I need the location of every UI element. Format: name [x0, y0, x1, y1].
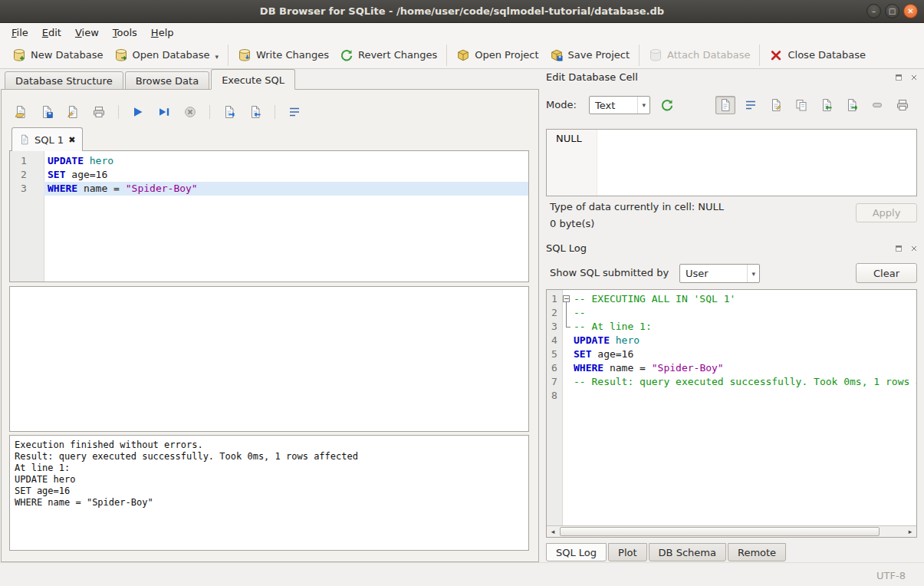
sql-file-icon	[19, 134, 30, 145]
chevron-down-icon[interactable]: ▾	[215, 53, 219, 62]
edit-cell-header-buttons	[893, 72, 919, 83]
horizontal-scrollbar[interactable]: ◂ ▸	[547, 525, 916, 537]
open-project-button[interactable]: Open Project	[451, 46, 544, 64]
dock-tab-remote[interactable]: Remote	[728, 543, 786, 561]
import-sql-button[interactable]	[245, 103, 265, 121]
tab-browse-data[interactable]: Browse Data	[125, 71, 210, 90]
apply-button[interactable]: Apply	[856, 203, 917, 222]
print-button[interactable]	[893, 96, 912, 114]
log-filter-value: User	[686, 268, 744, 279]
titlebar[interactable]: DB Browser for SQLite - /home/user/code/…	[0, 0, 924, 23]
tab-database-structure[interactable]: Database Structure	[5, 71, 123, 90]
dock-tab-plot[interactable]: Plot	[608, 543, 647, 561]
save-sql-file-as-button[interactable]	[63, 103, 83, 121]
dock-tab-sql-log[interactable]: SQL Log	[546, 543, 607, 561]
close-icon	[909, 73, 919, 82]
code-line-5: 5SET age=16	[547, 347, 916, 361]
attach-database-button[interactable]: Attach Database	[643, 46, 755, 64]
tab-execute-sql[interactable]: Execute SQL	[211, 69, 295, 90]
dock-area: Edit Database Cell Mode: Text ▾ NULL Typ…	[541, 69, 924, 562]
window-title: DB Browser for SQLite - /home/user/code/…	[260, 5, 664, 17]
close-database-button[interactable]: Close Database	[764, 46, 871, 64]
new-database-button[interactable]: New Database	[7, 46, 109, 64]
menu-file[interactable]: File	[5, 25, 35, 41]
results-area	[9, 286, 529, 432]
fold-marker-icon[interactable]: −	[563, 295, 570, 302]
export-sql-button[interactable]	[219, 103, 239, 121]
cell-size-info: 0 byte(s)	[550, 218, 594, 229]
sql-log-view[interactable]: 1−-- EXECUTING ALL IN 'SQL 1'2--3-- At l…	[546, 289, 917, 538]
revert-changes-button[interactable]: Revert Changes	[334, 46, 442, 64]
menu-edit[interactable]: Edit	[35, 25, 68, 41]
undock-panel-button[interactable]	[893, 72, 904, 83]
text-view-button[interactable]	[715, 96, 735, 114]
open-in-editor-button[interactable]	[766, 96, 786, 114]
open-sql-file-button[interactable]	[11, 103, 31, 121]
save-sql-file-button[interactable]	[37, 103, 57, 121]
log-lines: 1−-- EXECUTING ALL IN 'SQL 1'2--3-- At l…	[547, 292, 916, 403]
dock-tab-db-schema[interactable]: DB Schema	[649, 543, 726, 561]
sql-tab[interactable]: SQL 1 ✖	[12, 127, 83, 151]
open-sql-file-icon	[14, 105, 28, 119]
code-line-1: 1UPDATE hero	[10, 154, 528, 168]
write-changes-button[interactable]: Write Changes	[232, 46, 334, 64]
import-cell-button[interactable]	[817, 96, 837, 114]
save-project-button[interactable]: Save Project	[544, 46, 636, 64]
menu-help[interactable]: Help	[144, 25, 181, 41]
undock-icon	[894, 73, 903, 82]
scroll-right-button[interactable]: ▸	[904, 526, 916, 537]
scrollbar-thumb[interactable]	[560, 527, 880, 536]
revert-changes-icon	[340, 48, 353, 62]
close-panel-button[interactable]	[909, 72, 919, 83]
code-line-6: 6WHERE name = "Spider-Boy"	[547, 361, 916, 375]
sql-editor[interactable]: 1UPDATE hero2SET age=163WHERE name = "Sp…	[9, 150, 529, 282]
clear-log-button[interactable]: Clear	[856, 263, 917, 283]
undock-icon	[894, 244, 903, 253]
undock-panel-button[interactable]	[893, 243, 904, 254]
encoding-indicator: UTF-8	[876, 570, 906, 581]
close-tab-icon[interactable]: ✖	[68, 136, 75, 144]
cell-editor[interactable]: NULL	[546, 129, 917, 196]
dock-tab-bar: SQL LogPlotDB SchemaRemote	[546, 543, 788, 561]
mode-select[interactable]: Text ▾	[589, 96, 650, 114]
print-icon	[92, 105, 106, 119]
menu-view[interactable]: View	[68, 25, 106, 41]
execute-all-button[interactable]	[128, 103, 148, 121]
scroll-left-button[interactable]: ◂	[547, 526, 559, 537]
stop-button[interactable]	[180, 103, 200, 121]
open-database-button[interactable]: Open Database▾	[109, 46, 224, 64]
close-panel-button[interactable]	[909, 243, 919, 254]
set-null-icon	[870, 98, 884, 112]
menu-tools[interactable]: Tools	[106, 25, 144, 41]
auto-switch-mode-button[interactable]	[657, 96, 677, 114]
minimize-button[interactable]: –	[866, 4, 881, 18]
window-controls: –□✕	[866, 4, 918, 18]
close-button[interactable]: ✕	[903, 4, 918, 18]
print-icon	[896, 98, 909, 112]
chevron-down-icon: ▾	[747, 265, 759, 282]
scrollbar-track[interactable]	[559, 526, 904, 537]
save-sql-file-as-icon	[66, 105, 80, 119]
execute-all-icon	[131, 105, 145, 119]
copy-cell-button[interactable]	[791, 96, 811, 114]
app-window: DB Browser for SQLite - /home/user/code/…	[0, 0, 924, 586]
log-filter-select[interactable]: User ▾	[679, 264, 760, 283]
mode-label: Mode:	[546, 99, 577, 110]
set-null-button[interactable]	[867, 96, 887, 114]
maximize-button[interactable]: □	[885, 4, 899, 18]
execute-current-line-button[interactable]	[154, 103, 174, 121]
stop-icon	[183, 105, 197, 119]
cell-type-info: Type of data currently in cell: NULL	[550, 201, 724, 212]
print-button[interactable]	[89, 103, 109, 121]
export-cell-icon	[845, 98, 859, 112]
write-changes-icon	[238, 48, 252, 62]
word-wrap-button[interactable]	[284, 103, 304, 121]
close-database-icon	[769, 48, 783, 62]
code-line-7: 7-- Result: query executed successfully.…	[547, 375, 916, 389]
word-wrap-button[interactable]	[741, 96, 761, 114]
export-cell-button[interactable]	[842, 96, 862, 114]
sql-tab-label: SQL 1	[35, 134, 64, 146]
execution-output[interactable]: Execution finished without errors.Result…	[9, 435, 529, 551]
code-line-2: 2--	[547, 306, 916, 320]
new-database-icon	[12, 48, 26, 62]
